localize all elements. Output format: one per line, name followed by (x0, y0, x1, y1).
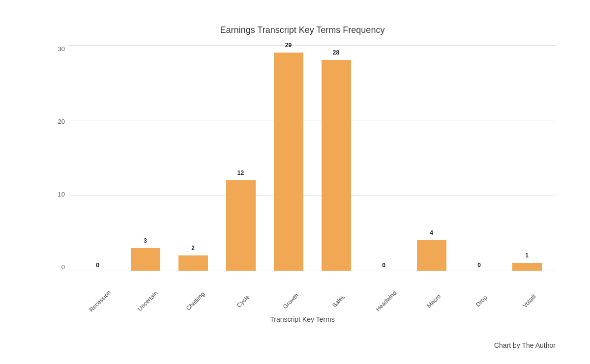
bar-wrapper: 29 (265, 45, 312, 271)
x-label: Challeng (176, 281, 214, 320)
bar: 1 (512, 263, 542, 270)
chart-container: Earnings Transcript Key Terms Frequency … (15, 10, 575, 354)
bar-value-label: 0 (96, 262, 99, 269)
x-label: Drop (462, 281, 501, 320)
bar-value-label: 0 (477, 262, 481, 269)
bar-wrapper: 0 (360, 45, 408, 271)
bar-wrapper: 12 (217, 45, 265, 271)
bars-group: 0321229280401 (69, 45, 556, 271)
x-axis-title: Transcript Key Terms (49, 315, 556, 323)
bar: 29 (274, 53, 303, 271)
x-label: Headwind (367, 281, 405, 320)
bar-wrapper: 0 (455, 45, 503, 271)
grid-line (69, 271, 556, 271)
bar: 2 (178, 255, 208, 271)
bar-value-label: 2 (191, 245, 195, 252)
bar-wrapper: 28 (312, 45, 360, 271)
bar-value-label: 3 (144, 237, 147, 244)
y-tick: 20 (58, 118, 69, 125)
x-labels: RecessionUncertainChallengCycleGrowthSal… (69, 295, 556, 306)
y-tick: 10 (58, 191, 69, 198)
bar-value-label: 0 (382, 262, 385, 269)
bar-wrapper: 4 (408, 45, 455, 271)
bar: 3 (131, 248, 160, 271)
bar-value-label: 28 (333, 49, 339, 56)
bar-value-label: 1 (525, 252, 529, 259)
x-label: Uncertain (128, 281, 167, 320)
x-label: Growth (271, 281, 310, 320)
bar: 28 (322, 60, 351, 270)
bar-value-label: 4 (430, 229, 433, 236)
bar: 4 (417, 240, 446, 270)
bar-wrapper: 2 (169, 45, 217, 271)
bar-wrapper: 1 (503, 45, 551, 271)
bar-value-label: 29 (285, 42, 292, 49)
bar-value-label: 12 (237, 169, 244, 176)
bar-wrapper: 3 (121, 45, 169, 271)
chart-area: 3020100 0321229280401 RecessionUncertain… (49, 45, 556, 271)
bar: 12 (226, 180, 256, 271)
x-label: Volatil (510, 281, 548, 320)
y-axis: 3020100 (49, 45, 69, 271)
bar-wrapper: 0 (74, 45, 121, 271)
chart-title: Earnings Transcript Key Terms Frequency (49, 25, 556, 35)
x-label: Cycle (224, 281, 262, 320)
chart-attribution: Chart by The Author (494, 341, 556, 349)
x-label: Recession (81, 281, 119, 320)
y-tick: 30 (58, 45, 69, 53)
x-label: Sales (319, 281, 357, 320)
y-tick: 0 (61, 263, 69, 271)
x-label: Macro (414, 281, 453, 320)
plot-area: 0321229280401 (69, 45, 556, 271)
